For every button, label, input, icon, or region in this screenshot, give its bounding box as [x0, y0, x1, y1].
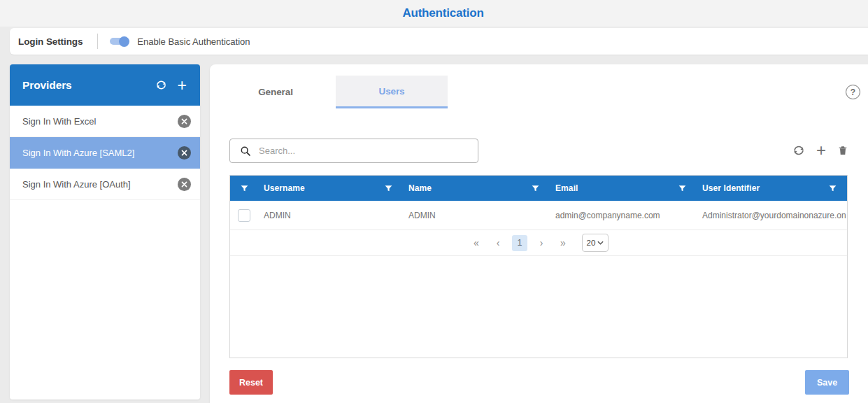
column-header-user-identifier: User Identifier [697, 176, 847, 201]
pagination-next-button[interactable]: › [534, 237, 549, 248]
cell-name: ADMIN [403, 211, 550, 220]
remove-provider-icon[interactable] [178, 178, 191, 191]
filter-icon[interactable] [678, 184, 687, 193]
page-size-value: 20 [587, 239, 596, 247]
page-size-select[interactable]: 20 [582, 234, 609, 252]
save-button[interactable]: Save [805, 370, 849, 395]
page-header: Authentication [0, 0, 868, 27]
column-header-username: Username [258, 176, 403, 201]
refresh-providers-icon[interactable] [155, 79, 167, 91]
remove-provider-icon[interactable] [178, 146, 191, 160]
add-user-icon[interactable]: + [816, 144, 826, 157]
login-settings-label: Login Settings [18, 36, 83, 47]
page-title: Authentication [384, 6, 483, 20]
reset-button[interactable]: Reset [229, 370, 273, 395]
provider-label: Sign In With Azure [OAuth] [22, 179, 131, 190]
login-settings-bar: Login Settings Enable Basic Authenticati… [10, 28, 868, 55]
cell-email: admin@companyname.com [550, 211, 697, 220]
column-header-name: Name [403, 176, 550, 201]
cell-username: ADMIN [258, 211, 403, 220]
row-checkbox[interactable] [238, 209, 250, 222]
pagination-first-button[interactable]: « [469, 237, 484, 248]
providers-panel: Providers + Sign In With Excel [10, 64, 200, 400]
pagination-last-button[interactable]: » [555, 237, 571, 248]
column-header-email: Email [550, 176, 697, 201]
provider-label: Sign In With Excel [22, 116, 97, 127]
cell-user-identifier: Administrator@yourdomainonazure.on [697, 211, 847, 220]
search-icon [240, 146, 251, 157]
pagination-prev-button[interactable]: ‹ [490, 237, 506, 248]
remove-provider-icon[interactable] [178, 115, 191, 128]
enable-basic-auth-toggle[interactable] [110, 38, 128, 45]
providers-header: Providers + [10, 64, 200, 106]
toggle-knob [119, 36, 129, 47]
vertical-divider [97, 34, 98, 49]
filter-icon[interactable] [531, 184, 540, 193]
search-input[interactable] [259, 146, 471, 156]
table-header-row: Username Name Email [230, 176, 847, 201]
tab-general[interactable]: General [227, 76, 325, 108]
tab-users[interactable]: Users [336, 76, 448, 108]
users-table: Username Name Email [229, 175, 848, 358]
provider-item-azure-saml2[interactable]: Sign In With Azure [SAML2] [10, 137, 200, 169]
table-row[interactable]: ADMIN ADMIN admin@companyname.com Admini… [230, 201, 847, 230]
delete-users-icon[interactable] [837, 144, 848, 157]
filter-icon[interactable] [384, 184, 393, 193]
select-all-header-cell [230, 176, 258, 201]
user-search-box [229, 139, 478, 163]
row-select-cell [230, 209, 258, 222]
filter-icon[interactable] [828, 184, 837, 193]
authentication-page: Authentication Login Settings Enable Bas… [0, 0, 868, 403]
provider-label: Sign In With Azure [SAML2] [22, 148, 134, 158]
chevron-down-icon [597, 241, 604, 245]
filter-icon[interactable] [240, 184, 249, 193]
add-provider-icon[interactable]: + [178, 79, 187, 92]
pagination-current-page[interactable]: 1 [512, 235, 527, 251]
help-icon[interactable]: ? [846, 85, 860, 99]
providers-title: Providers [22, 79, 72, 92]
refresh-users-icon[interactable] [792, 144, 805, 157]
provider-detail-panel: General Users ? [210, 64, 868, 403]
enable-basic-auth-label: Enable Basic Authentication [137, 36, 250, 47]
user-table-actions: + [792, 138, 848, 163]
provider-item-excel[interactable]: Sign In With Excel [10, 106, 200, 137]
pagination-bar: « ‹ 1 › » 20 [230, 230, 847, 256]
provider-item-azure-oauth[interactable]: Sign In With Azure [OAuth] [10, 169, 200, 200]
